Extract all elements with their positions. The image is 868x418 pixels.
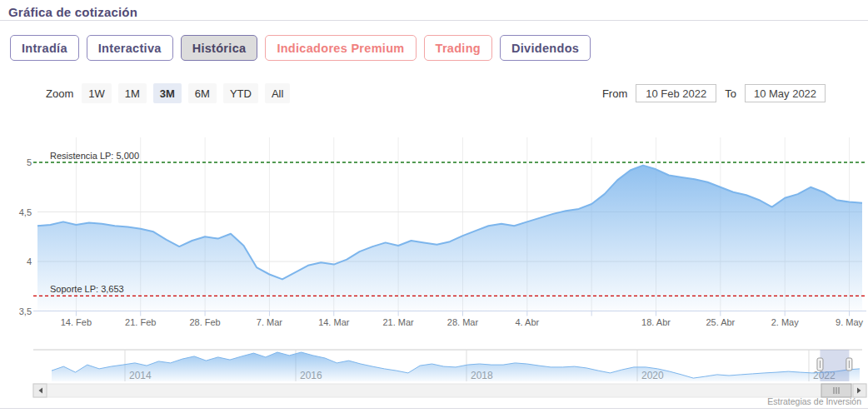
y-axis-label: 4 (27, 256, 32, 266)
x-axis-label: 7. Mar (257, 317, 283, 327)
navigator-selected-range[interactable] (820, 350, 849, 381)
navigator: 20142016201820202022 (33, 350, 862, 381)
y-axis-label: 5 (27, 157, 32, 167)
main-chart: 54,543,514. Feb21. Feb28. Feb7. Mar14. M… (19, 137, 866, 327)
x-axis-label: 18. Abr (641, 317, 671, 327)
scrollbar-track[interactable] (33, 384, 866, 397)
quote-chart-panel: Gráfica de cotización IntradíaInteractiv… (0, 0, 868, 418)
y-axis-label: 4,5 (19, 207, 32, 217)
x-axis-label: 21. Mar (382, 317, 414, 327)
x-axis-label: 25. Abr (706, 317, 735, 327)
x-axis-label: 21. Feb (125, 317, 156, 327)
x-axis-label: 4. Abr (515, 317, 539, 327)
price-area-fill (37, 166, 862, 311)
x-axis-label: 9. May (836, 317, 864, 327)
x-axis-label: 28. Feb (189, 317, 220, 327)
stock-price-chart: 54,543,514. Feb21. Feb28. Feb7. Mar14. M… (0, 0, 868, 418)
y-axis-label: 3,5 (19, 306, 32, 316)
scrollbar (33, 384, 866, 397)
support-label: Soporte LP: 3,653 (50, 284, 124, 294)
x-axis-label: 14. Feb (61, 317, 92, 327)
x-axis-label: 28. Mar (447, 317, 479, 327)
x-axis-label: 2. May (771, 317, 800, 327)
chart-credits: Estrategias de Inversión (767, 396, 861, 406)
resistance-label: Resistencia LP: 5,000 (50, 151, 139, 161)
x-axis-label: 14. Mar (318, 317, 350, 327)
